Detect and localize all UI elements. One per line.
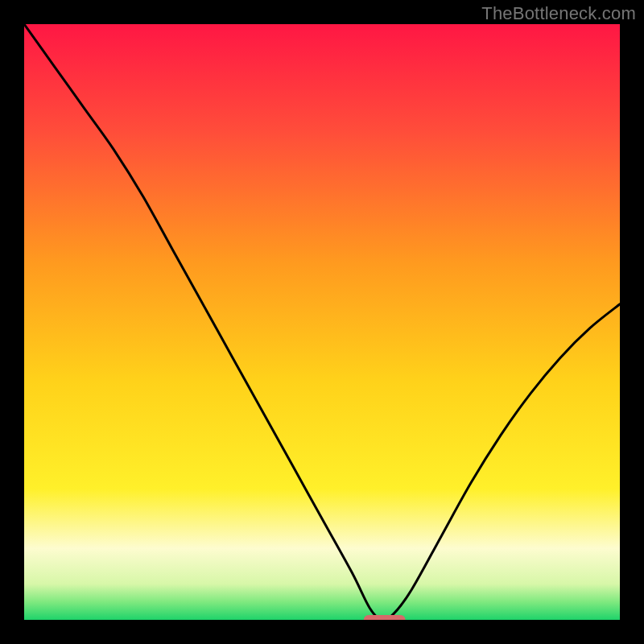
chart-frame: TheBottleneck.com bbox=[0, 0, 644, 644]
chart-svg bbox=[24, 24, 620, 620]
plot-background bbox=[24, 24, 620, 620]
watermark-text: TheBottleneck.com bbox=[481, 3, 636, 24]
optimal-marker bbox=[364, 615, 406, 620]
